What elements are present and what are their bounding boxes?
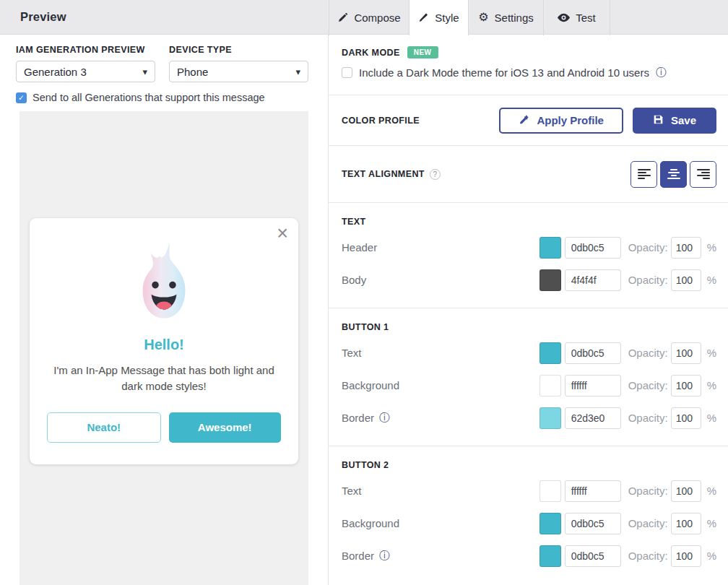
generation-select-value: Generation 3 xyxy=(24,66,87,78)
hex-input[interactable] xyxy=(565,342,621,364)
color-swatch[interactable] xyxy=(540,375,561,396)
opacity-label: Opacity: xyxy=(628,379,668,391)
help-icon[interactable]: ? xyxy=(430,169,441,180)
button2-color-section: BUTTON 2 Text Opacity: % Background Opac… xyxy=(329,446,728,584)
header-color-row: Header Opacity: % xyxy=(329,231,728,264)
hex-input[interactable] xyxy=(565,237,621,259)
color-profile-title: COLOR PROFILE xyxy=(342,116,499,126)
color-swatch[interactable] xyxy=(540,407,561,429)
gear-icon: ⚙ xyxy=(478,12,488,23)
row-label: Text xyxy=(342,485,362,497)
page-title: Preview xyxy=(0,10,66,24)
opacity-label: Opacity: xyxy=(628,347,668,359)
flame-mascot-image xyxy=(131,238,197,325)
row-label: Background xyxy=(342,517,399,529)
row-label: Text xyxy=(342,347,362,359)
color-swatch[interactable] xyxy=(540,545,561,567)
percent-sign: % xyxy=(707,379,716,391)
tab-settings[interactable]: ⚙ Settings xyxy=(468,0,543,35)
percent-sign: % xyxy=(707,412,716,424)
message-button-1[interactable]: Neato! xyxy=(47,412,161,443)
button2-section-title: BUTTON 2 xyxy=(329,446,728,474)
tab-test[interactable]: Test xyxy=(543,0,610,35)
opacity-input[interactable] xyxy=(671,513,701,534)
tab-label: Test xyxy=(576,12,596,24)
opacity-label: Opacity: xyxy=(628,274,668,286)
opacity-input[interactable] xyxy=(671,342,701,364)
send-all-generations-checkbox[interactable]: ✓ xyxy=(16,92,27,103)
dark-mode-checkbox-label: Include a Dark Mode theme for iOS 13 and… xyxy=(359,66,649,79)
hex-input[interactable] xyxy=(565,407,621,429)
info-icon[interactable]: ⓘ xyxy=(379,549,390,563)
device-type-label: DEVICE TYPE xyxy=(169,45,308,55)
percent-sign: % xyxy=(707,550,716,562)
text-alignment-section: TEXT ALIGNMENT ? xyxy=(329,146,728,203)
generation-preview-label: IAM GENERATION PREVIEW xyxy=(16,45,155,55)
save-label: Save xyxy=(671,114,696,126)
send-all-generations-label: Send to all Generations that support thi… xyxy=(32,92,265,103)
opacity-label: Opacity: xyxy=(628,241,668,254)
tab-bar: Compose Style ⚙ Settings Test xyxy=(329,0,610,35)
hex-input[interactable] xyxy=(565,269,621,291)
opacity-label: Opacity: xyxy=(628,550,668,562)
device-type-select-value: Phone xyxy=(177,66,208,78)
align-right-button[interactable] xyxy=(690,161,716,188)
tab-compose[interactable]: Compose xyxy=(329,0,409,35)
save-button[interactable]: Save xyxy=(633,108,716,134)
color-swatch[interactable] xyxy=(540,237,561,259)
apply-profile-label: Apply Profile xyxy=(537,114,604,126)
tab-label: Compose xyxy=(354,12,400,24)
percent-sign: % xyxy=(707,241,716,254)
opacity-input[interactable] xyxy=(671,545,701,567)
hex-input[interactable] xyxy=(565,480,621,502)
align-left-button[interactable] xyxy=(630,161,657,188)
generation-select[interactable]: Generation 3 ▾ xyxy=(16,61,155,82)
apply-profile-button[interactable]: Apply Profile xyxy=(499,108,623,134)
hex-input[interactable] xyxy=(565,513,621,534)
button1-border-row: Border ⓘ Opacity: % xyxy=(329,402,728,434)
device-type-select[interactable]: Phone ▾ xyxy=(169,61,308,82)
row-label: Background xyxy=(342,379,399,391)
paintbrush-icon xyxy=(418,12,429,23)
message-header-text: Hello! xyxy=(47,337,281,353)
check-icon: ✓ xyxy=(18,93,25,102)
opacity-input[interactable] xyxy=(671,237,701,259)
tab-label: Style xyxy=(435,12,459,24)
percent-sign: % xyxy=(707,485,716,497)
iam-editor-window: Preview Compose Style ⚙ Settings Test xyxy=(0,0,728,585)
text-color-section: TEXT Header Opacity: % Body Opacity: % xyxy=(329,203,728,308)
eye-icon xyxy=(558,13,570,22)
tab-style[interactable]: Style xyxy=(409,0,468,35)
style-settings-panel: DARK MODE NEW Include a Dark Mode theme … xyxy=(329,35,728,585)
info-icon[interactable]: ⓘ xyxy=(379,411,390,425)
message-button-2[interactable]: Awesome! xyxy=(169,412,282,443)
color-swatch[interactable] xyxy=(540,269,561,291)
opacity-input[interactable] xyxy=(671,407,701,429)
opacity-input[interactable] xyxy=(671,375,701,396)
text-section-title: TEXT xyxy=(329,203,728,231)
close-icon[interactable]: × xyxy=(277,224,288,243)
dark-mode-section: DARK MODE NEW Include a Dark Mode theme … xyxy=(329,35,728,95)
message-body-text: I'm an In-App Message that has both ligh… xyxy=(47,363,281,394)
color-swatch[interactable] xyxy=(540,513,561,534)
opacity-input[interactable] xyxy=(671,480,701,502)
align-center-button[interactable] xyxy=(660,161,687,188)
align-center-icon xyxy=(667,169,680,179)
opacity-label: Opacity: xyxy=(628,412,668,424)
info-icon[interactable]: ⓘ xyxy=(656,66,667,79)
chevron-down-icon: ▾ xyxy=(142,66,147,77)
preview-panel: IAM GENERATION PREVIEW DEVICE TYPE Gener… xyxy=(0,35,329,585)
body-color-row: Body Opacity: % xyxy=(329,264,728,296)
hex-input[interactable] xyxy=(565,375,621,396)
message-preview-area: × xyxy=(20,111,308,585)
align-right-icon xyxy=(697,169,710,179)
color-swatch[interactable] xyxy=(540,342,561,364)
align-left-icon xyxy=(638,169,651,179)
button1-section-title: BUTTON 1 xyxy=(329,308,728,337)
color-swatch[interactable] xyxy=(540,480,561,502)
dark-mode-checkbox[interactable] xyxy=(342,67,352,78)
button1-background-row: Background Opacity: % xyxy=(329,369,728,402)
row-label: Body xyxy=(342,274,366,286)
opacity-input[interactable] xyxy=(671,269,701,291)
hex-input[interactable] xyxy=(565,545,621,567)
